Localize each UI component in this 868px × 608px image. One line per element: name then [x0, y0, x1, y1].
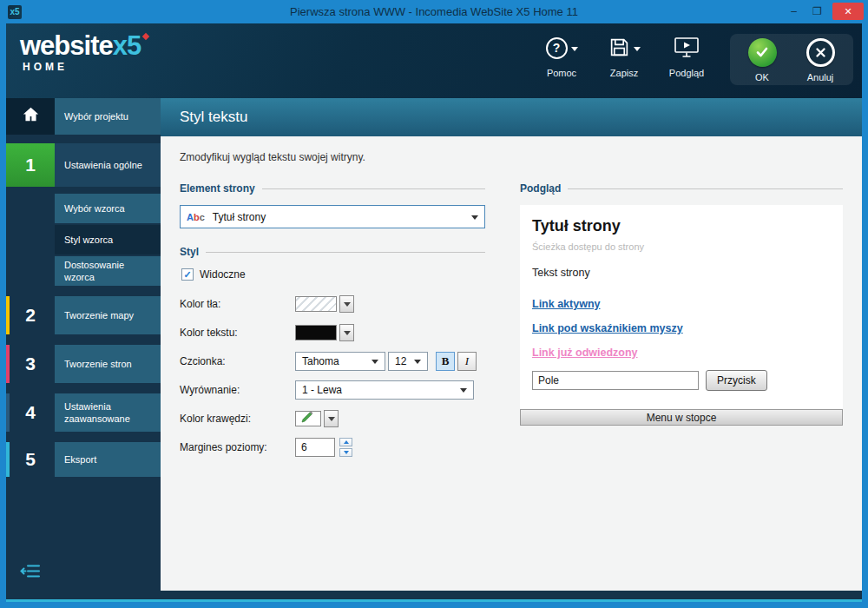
- window-controls: – ❐ ✕: [782, 3, 864, 20]
- ok-check-icon: [748, 38, 777, 67]
- font-size-select[interactable]: 12: [388, 352, 428, 371]
- font-family-select[interactable]: Tahoma: [295, 352, 385, 371]
- horizontal-margin-label: Margines poziomy:: [180, 441, 295, 453]
- font-label: Czcionka:: [180, 355, 295, 367]
- border-color-dropdown-button[interactable]: [324, 410, 339, 427]
- logo-x5-text: x5: [113, 30, 141, 61]
- italic-button[interactable]: I: [457, 352, 477, 371]
- preview-link-visited: Link już odwiedzony: [532, 347, 638, 359]
- chevron-down-icon: [634, 47, 641, 51]
- page-title: Styl tekstu: [161, 98, 862, 136]
- substep-spacer: [6, 225, 55, 254]
- preview-footer-menu: Menu w stopce: [520, 409, 843, 426]
- section-styl: Styl: [180, 246, 485, 258]
- collapse-menu-icon: [20, 566, 41, 581]
- page-element-value: Tytuł strony: [213, 211, 266, 223]
- app-header: websitex5 HOME ? Pomoc: [6, 23, 862, 98]
- chevron-down-icon: [571, 47, 578, 51]
- app-icon: x5: [8, 5, 22, 19]
- sidebar-item-export[interactable]: Eksport: [55, 442, 161, 477]
- page-description: Zmodyfikuj wygląd tekstu swojej witryny.: [180, 151, 843, 163]
- cancel-button[interactable]: Anuluj: [798, 38, 843, 83]
- help-question-icon: ?: [546, 37, 568, 59]
- sidebar-item-project-selection[interactable]: Wybór projektu: [55, 98, 161, 135]
- abc-text-icon: Abc: [187, 212, 205, 222]
- home-icon: [22, 106, 40, 127]
- preview-label: Podgląd: [669, 68, 704, 78]
- monitor-preview-icon: [674, 36, 700, 60]
- text-color-label: Kolor tekstu:: [180, 327, 295, 339]
- section-podglad: Podgląd: [520, 182, 843, 195]
- margin-stepper-up[interactable]: [339, 438, 352, 446]
- text-color-swatch[interactable]: [295, 325, 337, 340]
- section-element-strony: Element strony: [180, 182, 485, 195]
- step-5-number[interactable]: 5: [6, 442, 55, 477]
- help-button[interactable]: ? Pomoc: [530, 34, 593, 78]
- ok-button[interactable]: OK: [740, 38, 784, 83]
- home-button[interactable]: [6, 98, 55, 135]
- save-label: Zapisz: [610, 68, 638, 78]
- pencil-icon: [301, 411, 315, 426]
- sidebar-item-advanced-settings[interactable]: Ustawienia zaawansowane: [55, 393, 161, 432]
- settings-column: Element strony Abc Tytuł strony Styl ✓ W…: [180, 182, 485, 466]
- cancel-label: Anuluj: [807, 72, 834, 83]
- preview-panel: Tytuł strony Ścieżka dostępu do strony T…: [520, 205, 843, 426]
- app-frame: websitex5 HOME ? Pomoc: [0, 23, 868, 608]
- floppy-icon: [608, 36, 630, 60]
- app-logo: websitex5 HOME: [6, 23, 148, 98]
- save-button[interactable]: Zapisz: [593, 34, 655, 78]
- preview-link-active: Link aktywny: [532, 298, 601, 310]
- preview-column: Podgląd Tytuł strony Ścieżka dostępu do …: [520, 182, 843, 466]
- margin-stepper-down[interactable]: [339, 448, 352, 457]
- help-label: Pomoc: [547, 68, 576, 78]
- preview-button: Przycisk: [706, 370, 767, 391]
- sidebar-item-sitemap-creation[interactable]: Tworzenie mapy: [55, 296, 161, 334]
- visible-checkbox-label: Widoczne: [200, 268, 246, 281]
- maximize-button[interactable]: ❐: [806, 3, 829, 20]
- page-element-select[interactable]: Abc Tytuł strony: [180, 205, 485, 228]
- step-2-number[interactable]: 2: [6, 296, 55, 334]
- preview-page-text: Tekst strony: [532, 267, 831, 279]
- window-title: Pierwsza strona WWW - Incomedia WebSite …: [0, 5, 868, 18]
- sidebar-collapse-button[interactable]: [20, 564, 41, 582]
- sidebar-subitem-template-selection[interactable]: Wybór wzorca: [55, 194, 161, 223]
- preview-page-title: Tytuł strony: [532, 217, 831, 235]
- header-toolbar: ? Pomoc: [530, 23, 862, 98]
- bold-button[interactable]: B: [436, 352, 455, 371]
- ok-label: OK: [755, 72, 769, 83]
- substep-spacer: [6, 256, 55, 286]
- step-4-number[interactable]: 4: [6, 393, 55, 432]
- alignment-select[interactable]: 1 - Lewa: [295, 380, 474, 400]
- minimize-button[interactable]: –: [782, 3, 806, 20]
- app-window: x5 Pierwsza strona WWW - Incomedia WebSi…: [0, 0, 868, 608]
- step-1-number[interactable]: 1: [6, 143, 55, 187]
- preview-link-hover: Link pod wskaźnikiem myszy: [532, 322, 683, 334]
- border-color-label: Kolor krawędzi:: [180, 413, 295, 425]
- close-button[interactable]: ✕: [832, 3, 864, 20]
- sidebar: Wybór projektu 1 Ustawienia ogólne Wybór…: [6, 98, 161, 591]
- content-body: Zmodyfikuj wygląd tekstu swojej witryny.…: [161, 136, 862, 591]
- preview-page-path: Ścieżka dostępu do strony: [532, 241, 831, 252]
- sidebar-item-general-settings[interactable]: Ustawienia ogólne: [55, 143, 161, 187]
- logo-website-text: website: [20, 30, 113, 61]
- border-color-swatch[interactable]: [295, 411, 321, 426]
- confirm-group: OK Anuluj: [730, 34, 853, 85]
- logo-red-mark-icon: [142, 33, 149, 40]
- alignment-label: Wyrównanie:: [180, 384, 295, 396]
- visible-checkbox[interactable]: ✓: [181, 268, 194, 281]
- sidebar-subitem-template-style[interactable]: Styl wzorca: [55, 225, 161, 254]
- preview-button[interactable]: Podgląd: [655, 34, 718, 78]
- background-color-label: Kolor tła:: [180, 298, 295, 310]
- main-area: Wybór projektu 1 Ustawienia ogólne Wybór…: [6, 98, 862, 591]
- cancel-x-icon: [806, 38, 835, 67]
- preview-field: Pole: [532, 371, 699, 390]
- background-color-dropdown-button[interactable]: [339, 295, 354, 313]
- background-color-swatch[interactable]: [295, 296, 337, 312]
- step-3-number[interactable]: 3: [6, 345, 55, 383]
- horizontal-margin-input[interactable]: 6: [295, 438, 335, 457]
- title-bar: x5 Pierwsza strona WWW - Incomedia WebSi…: [0, 0, 868, 23]
- logo-home-text: HOME: [20, 62, 148, 72]
- sidebar-subitem-template-customization[interactable]: Dostosowanie wzorca: [55, 256, 161, 286]
- sidebar-item-page-creation[interactable]: Tworzenie stron: [55, 345, 161, 383]
- text-color-dropdown-button[interactable]: [339, 324, 354, 341]
